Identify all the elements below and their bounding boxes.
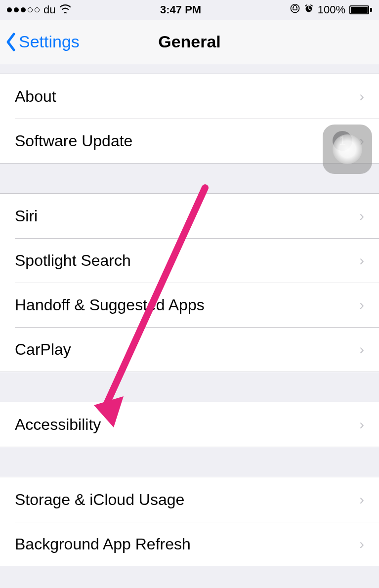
chevron-right-icon: › xyxy=(359,208,364,224)
status-bar: du 3:47 PM 100% xyxy=(0,0,379,20)
row-label: About xyxy=(15,87,359,106)
settings-section-1: Siri › Spotlight Search › Handoff & Sugg… xyxy=(0,194,379,372)
chevron-right-icon: › xyxy=(359,296,364,313)
chevron-left-icon xyxy=(5,32,17,52)
battery-icon xyxy=(349,5,372,14)
chevron-right-icon: › xyxy=(359,88,364,105)
assistive-touch-inner-icon xyxy=(333,134,362,164)
chevron-right-icon: › xyxy=(359,252,364,269)
row-label: Storage & iCloud Usage xyxy=(15,491,359,509)
row-storage-icloud[interactable]: Storage & iCloud Usage › xyxy=(0,477,379,522)
row-label: CarPlay xyxy=(15,340,359,359)
chevron-right-icon: › xyxy=(359,416,364,433)
row-accessibility[interactable]: Accessibility › xyxy=(0,402,379,447)
section-spacer xyxy=(0,64,379,74)
back-button[interactable]: Settings xyxy=(0,32,80,52)
row-label: Background App Refresh xyxy=(15,535,359,553)
orientation-lock-icon xyxy=(290,3,300,16)
section-spacer xyxy=(0,163,379,194)
battery-percentage: 100% xyxy=(318,3,345,16)
chevron-right-icon: › xyxy=(359,341,364,358)
row-handoff[interactable]: Handoff & Suggested Apps › xyxy=(0,283,379,327)
row-label: Siri xyxy=(15,207,359,225)
status-left: du xyxy=(7,3,71,16)
row-carplay[interactable]: CarPlay › xyxy=(0,327,379,372)
row-spotlight-search[interactable]: Spotlight Search › xyxy=(0,238,379,283)
row-label: Software Update xyxy=(15,132,333,150)
section-spacer xyxy=(0,372,379,402)
row-label: Handoff & Suggested Apps xyxy=(15,296,359,314)
signal-strength-icon xyxy=(7,7,40,12)
row-siri[interactable]: Siri › xyxy=(0,194,379,238)
carrier-label: du xyxy=(43,3,55,16)
wifi-icon xyxy=(59,3,71,16)
status-time: 3:47 PM xyxy=(71,3,290,16)
row-about[interactable]: About › xyxy=(0,74,379,119)
alarm-icon xyxy=(304,3,314,16)
settings-section-3: Storage & iCloud Usage › Background App … xyxy=(0,477,379,566)
row-label: Spotlight Search xyxy=(15,252,359,270)
navigation-bar: Settings General xyxy=(0,20,379,64)
row-background-app-refresh[interactable]: Background App Refresh › xyxy=(0,522,379,566)
settings-section-2: Accessibility › xyxy=(0,402,379,447)
row-software-update[interactable]: Software Update 1 › xyxy=(0,119,379,163)
assistive-touch-button[interactable] xyxy=(323,125,372,174)
back-label: Settings xyxy=(19,32,80,51)
section-spacer xyxy=(0,447,379,477)
chevron-right-icon: › xyxy=(359,536,364,552)
chevron-right-icon: › xyxy=(359,491,364,508)
status-right: 100% xyxy=(290,3,372,16)
settings-section-0: About › Software Update 1 › xyxy=(0,74,379,163)
row-label: Accessibility xyxy=(15,416,359,434)
